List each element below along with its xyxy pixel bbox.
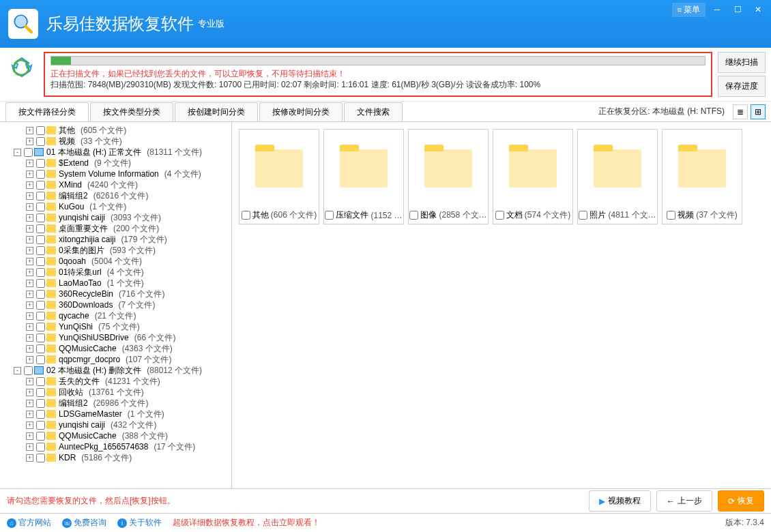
tree-checkbox[interactable]	[36, 399, 45, 408]
expander-icon[interactable]: +	[26, 138, 33, 145]
expander-icon[interactable]: +	[26, 280, 33, 287]
tree-checkbox[interactable]	[36, 355, 45, 364]
expander-icon[interactable]: +	[26, 214, 33, 222]
tree-node[interactable]: +$Extend(9 个文件)	[1, 158, 230, 168]
tree-checkbox[interactable]	[36, 235, 45, 244]
video-tutorial-button[interactable]: ▶视频教程	[589, 490, 651, 512]
tree-node[interactable]: +YunQiShiUSBDrive(66 个文件)	[1, 332, 230, 343]
grid-checkbox[interactable]	[409, 211, 418, 220]
file-tree[interactable]: +其他(605 个文件)+视频(33 个文件)-01 本地磁盘 (H:) 正常文…	[0, 122, 232, 488]
expander-icon[interactable]: +	[26, 400, 33, 407]
tree-node[interactable]: +QQMusicCache(4363 个文件)	[1, 343, 230, 354]
tree-checkbox[interactable]	[36, 301, 45, 310]
tree-node[interactable]: +AuntecPkg_1656574638(17 个文件)	[1, 441, 230, 452]
continue-scan-button[interactable]: 继续扫描	[718, 52, 766, 73]
grid-item[interactable]: 视频 (37 个文件)	[662, 129, 742, 224]
tree-node[interactable]: +QQMusicCache(388 个文件)	[1, 430, 230, 441]
tree-node[interactable]: +XMind(4240 个文件)	[1, 179, 230, 190]
expander-icon[interactable]: +	[26, 389, 33, 396]
tree-node[interactable]: +360RecycleBin(716 个文件)	[1, 289, 230, 299]
tree-checkbox[interactable]	[36, 443, 45, 452]
tree-checkbox[interactable]	[36, 421, 45, 430]
tree-node[interactable]: +LaoMaoTao(1 个文件)	[1, 278, 230, 289]
tree-checkbox[interactable]	[36, 432, 45, 441]
grid-item[interactable]: 图像 (2858 个文…	[408, 129, 489, 224]
expander-icon[interactable]: +	[26, 443, 33, 451]
expander-icon[interactable]: +	[26, 258, 33, 265]
tree-node[interactable]: +KDR(5186 个文件)	[1, 452, 230, 463]
tree-checkbox[interactable]	[36, 170, 45, 179]
tree-node[interactable]: +0采集的图片(593 个文件)	[1, 245, 230, 256]
tree-checkbox[interactable]	[36, 224, 45, 233]
grid-checkbox[interactable]	[495, 211, 504, 220]
tree-checkbox[interactable]	[36, 290, 45, 299]
grid-item[interactable]: 其他 (606 个文件)	[239, 129, 319, 224]
expander-icon[interactable]: +	[26, 356, 33, 364]
recover-button[interactable]: ⟳ 恢复	[718, 490, 764, 512]
tree-checkbox[interactable]	[36, 181, 45, 190]
tree-checkbox[interactable]	[36, 279, 45, 288]
expander-icon[interactable]: +	[26, 323, 33, 331]
close-button[interactable]: ✕	[749, 3, 767, 16]
tab-by-created[interactable]: 按创建时间分类	[175, 102, 258, 121]
grid-checkbox[interactable]	[579, 211, 587, 220]
tree-checkbox[interactable]	[24, 366, 33, 375]
expander-icon[interactable]: +	[26, 203, 33, 211]
tree-checkbox[interactable]	[36, 203, 45, 211]
tree-node[interactable]: +视频(33 个文件)	[1, 136, 230, 147]
free-consult-link[interactable]: ☏免费咨询	[62, 517, 106, 529]
tree-node[interactable]: +yunqishi caiji(432 个文件)	[1, 419, 230, 430]
expander-icon[interactable]: +	[26, 334, 33, 342]
expander-icon[interactable]: +	[26, 171, 33, 178]
save-progress-button[interactable]: 保存进度	[718, 76, 766, 97]
tree-checkbox[interactable]	[36, 377, 45, 386]
tree-node[interactable]: +LDSGameMaster(1 个文件)	[1, 409, 230, 419]
tutorial-link[interactable]: 超级详细数据恢复教程，点击立即观看！	[173, 517, 320, 529]
tree-checkbox[interactable]	[36, 344, 45, 353]
expander-icon[interactable]: +	[26, 345, 33, 353]
tab-by-modified[interactable]: 按修改时间分类	[259, 102, 343, 121]
maximize-button[interactable]: ☐	[729, 3, 746, 16]
tree-checkbox[interactable]	[36, 312, 45, 321]
grid-item[interactable]: 照片 (4811 个文…	[577, 129, 658, 224]
tree-node[interactable]: +编辑组2(26986 个文件)	[1, 398, 230, 409]
menu-button[interactable]: ≡ 菜单	[672, 3, 705, 17]
expander-icon[interactable]: +	[26, 269, 33, 276]
view-grid-button[interactable]: ⊞	[751, 104, 766, 119]
expander-icon[interactable]: +	[26, 291, 33, 298]
expander-icon[interactable]: +	[26, 312, 33, 320]
expander-icon[interactable]: +	[26, 378, 33, 385]
tree-node[interactable]: +qqpcmgr_docpro(107 个文件)	[1, 354, 230, 365]
tree-node[interactable]: +其他(605 个文件)	[1, 125, 230, 136]
expander-icon[interactable]: +	[26, 225, 33, 233]
tree-checkbox[interactable]	[36, 323, 45, 331]
tree-node[interactable]: +01待采集url(4 个文件)	[1, 267, 230, 278]
tree-checkbox[interactable]	[36, 334, 45, 342]
tree-node[interactable]: -01 本地磁盘 (H:) 正常文件(81311 个文件)	[1, 147, 230, 158]
grid-checkbox[interactable]	[667, 211, 675, 220]
tree-node[interactable]: +桌面重要文件(200 个文件)	[1, 223, 230, 234]
tree-node[interactable]: +360Downloads(7 个文件)	[1, 299, 230, 310]
tab-by-path[interactable]: 按文件路径分类	[5, 102, 89, 121]
tree-checkbox[interactable]	[36, 257, 45, 266]
expander-icon[interactable]: +	[26, 432, 33, 440]
prev-step-button[interactable]: ← 上一步	[656, 490, 712, 512]
tree-checkbox[interactable]	[36, 454, 45, 462]
view-list-button[interactable]: ≣	[733, 104, 748, 119]
tree-node[interactable]: +System Volume Information(4 个文件)	[1, 168, 230, 179]
tree-checkbox[interactable]	[36, 388, 45, 397]
tree-checkbox[interactable]	[36, 126, 45, 135]
expander-icon[interactable]: +	[26, 411, 33, 418]
tree-checkbox[interactable]	[24, 148, 33, 157]
tree-checkbox[interactable]	[36, 213, 45, 222]
grid-item[interactable]: 文档 (574 个文件)	[493, 129, 573, 224]
expander-icon[interactable]: +	[26, 181, 33, 189]
expander-icon[interactable]: -	[14, 367, 21, 374]
tree-node[interactable]: +丢失的文件(41231 个文件)	[1, 376, 230, 387]
tree-node[interactable]: +回收站(13761 个文件)	[1, 387, 230, 398]
tree-node[interactable]: +编辑组2(62616 个文件)	[1, 190, 230, 201]
tree-checkbox[interactable]	[36, 410, 45, 419]
tree-checkbox[interactable]	[36, 268, 45, 277]
tree-node[interactable]: +KuGou(1 个文件)	[1, 201, 230, 212]
tree-node[interactable]: +yunqishi caiji(3093 个文件)	[1, 212, 230, 223]
